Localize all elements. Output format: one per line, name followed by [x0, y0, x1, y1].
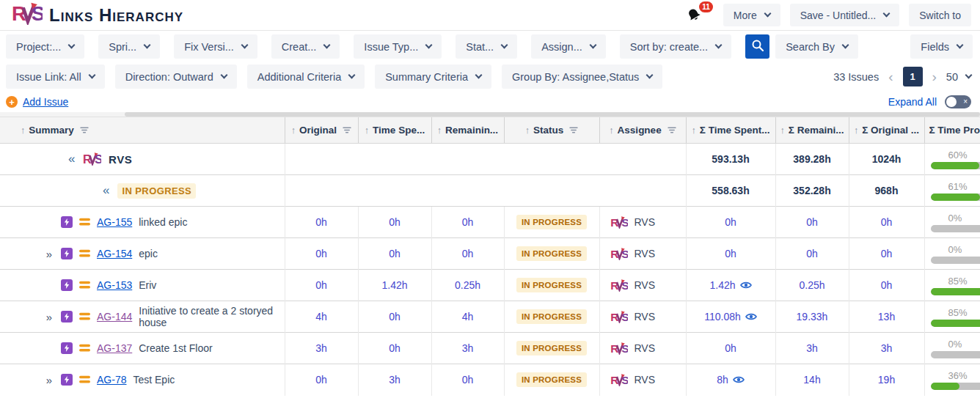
status-badge: IN PROGRESS: [516, 246, 587, 261]
filter-icon[interactable]: [569, 125, 578, 136]
notifications-button[interactable]: 11: [684, 7, 704, 27]
remaining-cell-value[interactable]: 3h: [462, 342, 474, 354]
search-by-label: Search By: [786, 41, 835, 53]
time-spent-cell-value[interactable]: 0h: [389, 311, 401, 323]
progress-percent-label: 61%: [948, 181, 980, 192]
fix-version-filter[interactable]: Fix Versi...: [174, 34, 257, 59]
assignee-cell: RSRVS: [599, 333, 686, 364]
original-cell-value[interactable]: 0h: [315, 279, 327, 291]
issue-key-link[interactable]: AG-137: [97, 342, 132, 354]
filter-icon[interactable]: [668, 125, 676, 136]
next-page-icon[interactable]: ›: [932, 70, 937, 84]
assignee-filter[interactable]: Assign...: [531, 34, 606, 59]
chevron-down-icon: [475, 72, 483, 79]
issue-key-link[interactable]: AG-153: [97, 279, 132, 291]
svg-text:S: S: [621, 374, 628, 386]
add-issue-button[interactable]: + Add Issue: [6, 96, 68, 108]
progress-percent-label: 36%: [948, 370, 980, 381]
filter-icon[interactable]: [343, 125, 351, 136]
remaining-cell-value[interactable]: 4h: [462, 311, 474, 323]
time-spent-cell: 0h: [358, 207, 431, 238]
remaining-cell-value[interactable]: 0h: [462, 374, 474, 386]
sum-original-cell: 3h: [849, 333, 924, 364]
time-spent-cell-value[interactable]: 0h: [389, 216, 401, 228]
remaining-cell-value[interactable]: 0h: [462, 248, 474, 259]
search-by-dropdown[interactable]: Search By: [775, 34, 858, 59]
sort-by-dropdown[interactable]: Sort by: create...: [620, 34, 731, 59]
switch-to-button[interactable]: Switch to: [909, 4, 971, 26]
status-filter[interactable]: Stat...: [456, 34, 517, 59]
column-header-7[interactable]: ↑Σ Time Spent...: [686, 117, 775, 144]
epic-issue-type-icon: [61, 311, 73, 323]
time-spent-cell-value[interactable]: 0h: [389, 248, 401, 259]
column-header-6[interactable]: ↑Assignee: [599, 117, 686, 144]
summary-cell: «IN PROGRESS: [0, 175, 285, 207]
issue-key-link[interactable]: AG-155: [97, 216, 132, 228]
search-button[interactable]: [745, 34, 769, 59]
expand-row-icon[interactable]: »: [44, 374, 54, 386]
more-button[interactable]: More: [723, 4, 780, 26]
expand-row-icon[interactable]: »: [44, 311, 54, 323]
eye-icon[interactable]: [740, 281, 752, 290]
collapse-group-icon[interactable]: «: [68, 152, 76, 166]
column-header-2[interactable]: ↑Original: [285, 117, 358, 144]
sprint-filter[interactable]: Spri...: [98, 34, 160, 59]
column-header-8[interactable]: ↑Σ Remaini...: [775, 117, 849, 144]
original-cell-value[interactable]: 0h: [315, 216, 327, 228]
column-header-10[interactable]: Σ Time Pro...: [924, 117, 980, 144]
project-filter[interactable]: Project:...: [6, 34, 84, 59]
remaining-cell-value[interactable]: 0.25h: [455, 279, 480, 291]
chevron-down-icon: [220, 72, 227, 79]
status-badge: IN PROGRESS: [516, 341, 587, 355]
remaining-cell-value[interactable]: 0h: [462, 216, 474, 228]
column-header-3[interactable]: ↑Time Spe...: [358, 117, 431, 144]
sort-asc-icon: ↑: [365, 125, 369, 136]
original-cell-value[interactable]: 4h: [315, 311, 327, 323]
time-spent-cell-value[interactable]: 0h: [389, 342, 401, 354]
issue-key-link[interactable]: AG-154: [97, 248, 132, 259]
original-cell-value[interactable]: 0h: [315, 374, 327, 386]
issue-type-filter[interactable]: Issue Typ...: [354, 34, 442, 59]
svg-text:S: S: [621, 216, 628, 229]
original-cell-value[interactable]: 3h: [315, 342, 327, 354]
issue-key-link[interactable]: AG-78: [97, 374, 126, 386]
horizontal-scrollbar[interactable]: [0, 112, 980, 117]
expand-all-toggle[interactable]: ×: [945, 95, 971, 108]
additional-criteria-dropdown[interactable]: Additional Criteria: [247, 65, 365, 89]
created-filter[interactable]: Creat...: [271, 34, 340, 59]
time-spent-cell-value[interactable]: 3h: [389, 374, 401, 386]
save-view-button[interactable]: Save - Untitled...: [790, 4, 900, 26]
assignee-cell: RSRVS: [599, 207, 686, 238]
page-size-dropdown[interactable]: 50: [946, 71, 971, 83]
progress-percent-label: 0%: [948, 244, 980, 255]
expand-all-label: Expand All: [888, 96, 937, 108]
summary-criteria-dropdown[interactable]: Summary Criteria: [375, 65, 491, 89]
time-spent-cell-value[interactable]: 1.42h: [381, 279, 407, 291]
eye-icon[interactable]: [733, 375, 745, 384]
collapse-group-icon[interactable]: «: [103, 183, 109, 198]
group-by-dropdown[interactable]: Group By: Assignee,Status: [502, 65, 662, 89]
progress-bar: [931, 225, 980, 232]
expand-row-icon[interactable]: »: [44, 248, 54, 260]
original-cell-value[interactable]: 0h: [315, 248, 327, 259]
eye-icon[interactable]: [745, 312, 757, 321]
fields-dropdown[interactable]: Fields: [910, 34, 973, 59]
column-header-9[interactable]: ↑Σ Original ...: [849, 117, 924, 144]
filter-icon[interactable]: [80, 125, 89, 136]
issue-summary: Create 1st Floor: [139, 342, 212, 354]
time-spent-cell: 0h: [358, 301, 431, 333]
assignee-filter-label: Assign...: [541, 41, 582, 53]
issue-key-link[interactable]: AG-144: [97, 311, 132, 323]
page-size-value: 50: [946, 71, 958, 83]
sum-time-spent-cell: 558.63h: [686, 175, 775, 207]
prev-page-icon[interactable]: ‹: [888, 70, 893, 84]
column-header-4[interactable]: ↑Remainin...: [431, 117, 504, 144]
direction-filter[interactable]: Direction: Outward: [115, 65, 237, 89]
column-header-5[interactable]: ↑Status: [504, 117, 599, 144]
svg-text:S: S: [621, 311, 628, 323]
status-cell: IN PROGRESS: [504, 238, 599, 270]
issue-link-filter[interactable]: Issue Link: All: [6, 65, 105, 89]
column-header-1[interactable]: ↑Summary: [0, 117, 285, 144]
current-page-button[interactable]: 1: [903, 67, 923, 86]
notification-count-badge: 11: [699, 1, 713, 12]
